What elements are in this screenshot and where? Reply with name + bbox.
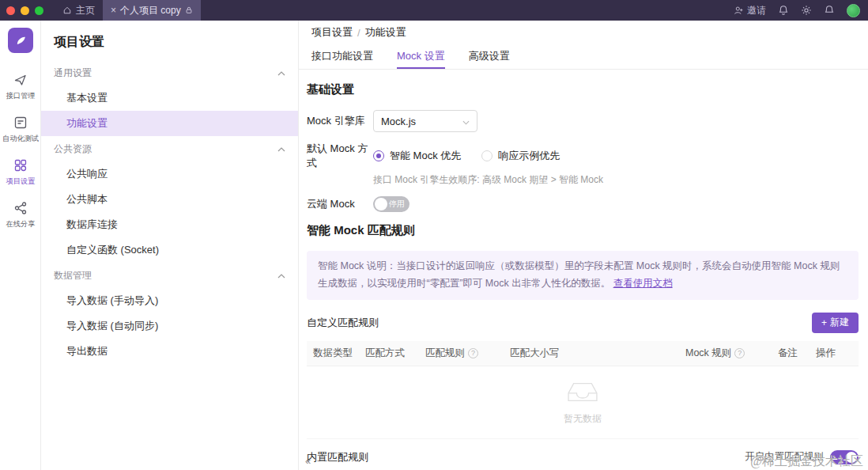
- smart-mock-heading: 智能 Mock 匹配规则: [307, 223, 859, 238]
- empty-inbox-icon: [564, 378, 601, 407]
- notification-icon[interactable]: [778, 5, 789, 16]
- help-icon[interactable]: ?: [734, 348, 745, 358]
- col-data-type: 数据类型: [307, 347, 359, 360]
- invite-person-icon: [734, 6, 744, 16]
- invite-label: 邀请: [747, 4, 766, 17]
- plus-icon: +: [821, 317, 827, 328]
- docs-link[interactable]: 查看使用文档: [613, 278, 673, 289]
- user-avatar[interactable]: [847, 4, 860, 17]
- topbar: 主页 × 个人项目 copy 邀请: [0, 0, 868, 21]
- sidebar-group-general[interactable]: 通用设置: [41, 60, 298, 85]
- radio-smart-mock-first[interactable]: 智能 Mock 优先: [373, 149, 461, 163]
- breadcrumb-current: 功能设置: [365, 25, 406, 40]
- mock-settings-content: 基础设置 Mock 引擎库 Mock.js 默认 Mock 方式 智能 Mock…: [299, 70, 868, 470]
- chevron-up-icon: [277, 270, 285, 281]
- col-case-sensitive: 匹配大小写: [504, 347, 679, 360]
- app-logo[interactable]: [8, 28, 33, 53]
- empty-state: 暂无数据: [307, 366, 859, 439]
- sidebar-title: 项目设置: [41, 21, 298, 60]
- sidebar-item-shared-responses[interactable]: 公共响应: [41, 161, 298, 187]
- tab-api-feature-settings[interactable]: 接口功能设置: [311, 44, 373, 69]
- sidebar-item-import-manual[interactable]: 导入数据 (手动导入): [41, 288, 298, 313]
- col-match-rule: 匹配规则: [425, 347, 465, 360]
- default-mock-mode-label: 默认 Mock 方式: [307, 142, 373, 170]
- col-mock-rule: Mock 规则: [685, 347, 731, 360]
- builtin-rules-title: 内置匹配规则: [307, 450, 368, 464]
- sidebar-item-shared-scripts[interactable]: 公共脚本: [41, 187, 298, 212]
- project-tab-label: 个人项目 copy: [120, 4, 181, 17]
- home-tab-label: 主页: [76, 4, 95, 17]
- project-tab[interactable]: × 个人项目 copy: [103, 0, 201, 21]
- close-tab-icon[interactable]: ×: [111, 6, 116, 15]
- radio-label: 响应示例优先: [498, 149, 560, 163]
- chevron-up-icon: [277, 67, 285, 78]
- maximize-window-button[interactable]: [35, 6, 43, 15]
- mock-mode-radio-group: 智能 Mock 优先 响应示例优先: [373, 149, 560, 163]
- close-window-button[interactable]: [6, 6, 15, 15]
- project-settings-icon: [13, 158, 28, 172]
- api-management-icon: [13, 73, 28, 87]
- collapse-sidebar-button[interactable]: «: [305, 455, 311, 467]
- gear-icon[interactable]: [801, 5, 812, 16]
- activity-rail: 接口管理 自动化测试 项目设置 在线分享: [0, 21, 41, 470]
- help-icon[interactable]: ?: [468, 348, 478, 358]
- new-rule-button[interactable]: + 新建: [812, 313, 859, 333]
- custom-rules-title: 自定义匹配规则: [307, 316, 379, 330]
- rail-item-label: 在线分享: [6, 219, 35, 229]
- sidebar-item-custom-functions[interactable]: 自定义函数 (Socket): [41, 237, 298, 263]
- radio-response-example-first[interactable]: 响应示例优先: [481, 149, 560, 163]
- sidebar-item-database-connections[interactable]: 数据库连接: [41, 212, 298, 237]
- rail-item-auto-test[interactable]: 自动化测试: [0, 108, 40, 151]
- invite-button[interactable]: 邀请: [734, 4, 766, 17]
- new-rule-button-label: 新建: [830, 316, 849, 329]
- sidebar-group-label: 通用设置: [54, 66, 92, 80]
- smart-mock-info-text: 智能 Mock 说明：当接口设计的返回响应（或数据模型）里的字段未配置 Mock…: [318, 260, 840, 289]
- rail-item-label: 项目设置: [6, 176, 35, 187]
- mock-engine-label: Mock 引擎库: [307, 114, 373, 128]
- rail-item-api-management[interactable]: 接口管理: [0, 66, 40, 108]
- chevron-down-icon: [462, 116, 470, 127]
- breadcrumb-separator: /: [357, 27, 360, 39]
- sidebar-group-data-management[interactable]: 数据管理: [41, 263, 298, 288]
- sidebar-item-basic-settings[interactable]: 基本设置: [41, 85, 298, 111]
- home-icon: [62, 6, 72, 15]
- col-actions: 操作: [810, 347, 859, 360]
- sidebar-group-shared-resources[interactable]: 公共资源: [41, 136, 298, 161]
- sidebar-group-label: 数据管理: [54, 269, 92, 282]
- cloud-mock-label: 云端 Mock: [307, 197, 373, 211]
- smart-mock-info-box: 智能 Mock 说明：当接口设计的返回响应（或数据模型）里的字段未配置 Mock…: [307, 251, 859, 300]
- rail-item-project-settings[interactable]: 项目设置: [0, 151, 40, 194]
- window-controls[interactable]: [6, 6, 43, 15]
- chevron-up-icon: [277, 143, 285, 154]
- tab-advanced-settings[interactable]: 高级设置: [469, 44, 510, 69]
- bell-icon[interactable]: [824, 5, 835, 16]
- main-panel: 项目设置 / 功能设置 接口功能设置 Mock 设置 高级设置 基础设置 Moc…: [299, 21, 868, 470]
- rail-item-online-share[interactable]: 在线分享: [0, 194, 40, 237]
- sidebar-item-import-sync[interactable]: 导入数据 (自动同步): [41, 313, 298, 339]
- auto-test-icon: [13, 116, 28, 130]
- settings-tabs: 接口功能设置 Mock 设置 高级设置: [299, 44, 868, 70]
- col-match-method: 匹配方式: [359, 347, 419, 360]
- radio-checked-icon: [373, 150, 384, 161]
- cloud-mock-toggle-state: 停用: [389, 199, 405, 210]
- home-tab[interactable]: 主页: [55, 0, 103, 21]
- radio-unchecked-icon: [481, 150, 492, 161]
- tab-mock-settings[interactable]: Mock 设置: [397, 44, 445, 69]
- minimize-window-button[interactable]: [21, 6, 29, 15]
- builtin-toggle-label: 开启内置匹配规则: [745, 450, 824, 464]
- mock-engine-select[interactable]: Mock.js: [373, 110, 477, 132]
- rail-item-label: 接口管理: [6, 91, 35, 101]
- empty-text: 暂无数据: [564, 412, 602, 426]
- breadcrumb-root[interactable]: 项目设置: [311, 25, 353, 40]
- rail-item-label: 自动化测试: [2, 134, 39, 144]
- online-share-icon: [13, 201, 28, 215]
- settings-sidebar: 项目设置 通用设置 基本设置 功能设置 公共资源 公共响应 公共脚本 数据库连接…: [41, 21, 299, 470]
- cloud-mock-toggle[interactable]: 停用: [373, 196, 409, 212]
- builtin-rules-toggle[interactable]: [830, 450, 859, 464]
- mock-engine-value: Mock.js: [381, 116, 416, 127]
- radio-label: 智能 Mock 优先: [390, 149, 461, 163]
- sidebar-item-export-data[interactable]: 导出数据: [41, 339, 298, 364]
- sidebar-item-feature-settings[interactable]: 功能设置: [41, 111, 298, 136]
- mock-mode-hint: 接口 Mock 引擎生效顺序: 高级 Mock 期望 > 智能 Mock: [373, 173, 859, 187]
- custom-rules-table-header: 数据类型 匹配方式 匹配规则? 匹配大小写 Mock 规则? 备注 操作: [307, 341, 859, 366]
